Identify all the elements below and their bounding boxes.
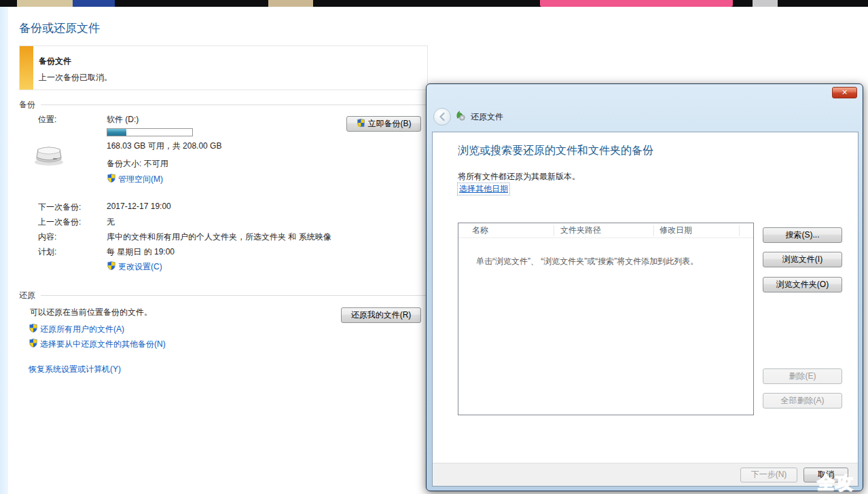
column-separator bbox=[653, 225, 654, 236]
remove-button[interactable]: 删除(E) bbox=[763, 368, 842, 384]
change-settings-link-text[interactable]: 更改设置(C) bbox=[118, 261, 162, 273]
uac-shield-icon bbox=[107, 261, 116, 273]
strip-segment bbox=[73, 0, 115, 7]
next-backup-label: 下一次备份: bbox=[38, 202, 81, 213]
backup-now-label: 立即备份(B) bbox=[368, 118, 412, 130]
browser-edge-strip bbox=[0, 0, 868, 7]
strip-segment bbox=[17, 0, 73, 7]
notice-box: 备份文件 上一次备份已取消。 bbox=[19, 45, 428, 90]
dialog-body: 浏览或搜索要还原的文件和文件夹的备份 将所有文件都还原为其最新版本。 选择其他日… bbox=[432, 132, 858, 487]
disk-usage-fill bbox=[107, 129, 126, 136]
backup-size-text: 备份大小: 不可用 bbox=[107, 158, 168, 170]
column-header-name[interactable]: 名称 bbox=[472, 225, 488, 236]
restore-my-files-button[interactable]: 还原我的文件(R) bbox=[341, 307, 421, 323]
manage-space-link[interactable]: 管理空间(M) bbox=[107, 173, 163, 185]
restore-all-users-link[interactable]: 还原所有用户的文件(A) bbox=[29, 323, 124, 335]
dialog-footer: 下一步(N) 取消 bbox=[433, 463, 858, 486]
change-settings-link[interactable]: 更改设置(C) bbox=[107, 261, 162, 273]
next-button[interactable]: 下一步(N) bbox=[740, 468, 797, 482]
nav-pane-edge bbox=[0, 7, 8, 494]
restore-section-header: 还原 bbox=[19, 290, 428, 301]
location-value: 软件 (D:) bbox=[107, 114, 139, 126]
strip-segment bbox=[540, 0, 733, 7]
section-divider bbox=[41, 104, 428, 105]
close-icon: ✕ bbox=[842, 88, 848, 97]
uac-shield-icon bbox=[107, 173, 116, 185]
hard-drive-icon bbox=[33, 140, 65, 169]
column-separator bbox=[739, 225, 740, 236]
recover-system-link[interactable]: 恢复系统设置或计算机(Y) bbox=[29, 364, 121, 375]
manage-space-link-text[interactable]: 管理空间(M) bbox=[118, 174, 163, 185]
uac-shield-icon bbox=[29, 338, 38, 350]
select-other-backup-link-text[interactable]: 选择要从中还原文件的其他备份(N) bbox=[40, 339, 166, 350]
notice-message: 上一次备份已取消。 bbox=[39, 72, 112, 83]
search-button[interactable]: 搜索(S)... bbox=[763, 227, 842, 243]
browse-folders-button[interactable]: 浏览文件夹(O) bbox=[763, 277, 842, 292]
uac-shield-icon bbox=[357, 118, 365, 130]
last-backup-value: 无 bbox=[107, 216, 115, 228]
close-button[interactable]: ✕ bbox=[832, 87, 857, 98]
notice-accent-bar bbox=[20, 46, 33, 90]
disk-usage-bar bbox=[107, 128, 193, 136]
choose-other-date-link[interactable]: 选择其他日期 bbox=[457, 183, 510, 195]
remove-all-button[interactable]: 全部删除(A) bbox=[763, 393, 842, 408]
restore-my-files-label: 还原我的文件(R) bbox=[351, 309, 412, 321]
list-header: 名称 文件夹路径 修改日期 bbox=[458, 223, 753, 238]
browse-files-button[interactable]: 浏览文件(I) bbox=[763, 252, 842, 267]
restore-files-icon bbox=[456, 111, 466, 124]
strip-segment bbox=[268, 0, 313, 7]
contents-value: 库中的文件和所有用户的个人文件夹，所选文件夹 和 系统映像 bbox=[107, 231, 331, 243]
restore-all-users-link-text[interactable]: 还原所有用户的文件(A) bbox=[40, 324, 124, 335]
back-button[interactable] bbox=[433, 108, 451, 126]
location-label: 位置: bbox=[38, 114, 56, 126]
restore-file-list[interactable]: 名称 文件夹路径 修改日期 单击“浏览文件”、 “浏览文件夹”或“搜索”将文件添… bbox=[458, 223, 754, 415]
dialog-content: 浏览或搜索要还原的文件和文件夹的备份 将所有文件都还原为其最新版本。 选择其他日… bbox=[433, 132, 858, 463]
column-header-folder-path[interactable]: 文件夹路径 bbox=[560, 225, 601, 236]
backup-section-header: 备份 bbox=[19, 99, 428, 111]
column-header-modified-date[interactable]: 修改日期 bbox=[659, 225, 692, 236]
schedule-value: 每 星期日 的 19:00 bbox=[107, 246, 175, 258]
page-title: 备份或还原文件 bbox=[19, 20, 100, 36]
uac-shield-icon bbox=[29, 323, 38, 335]
dialog-header: 还原文件 bbox=[433, 107, 503, 126]
schedule-label: 计划: bbox=[38, 246, 56, 258]
contents-label: 内容: bbox=[38, 231, 56, 243]
watermark: 全攻略 bbox=[817, 471, 868, 494]
column-separator bbox=[554, 225, 554, 236]
last-backup-label: 上一次备份: bbox=[38, 216, 81, 228]
next-backup-value: 2017-12-17 19:00 bbox=[107, 202, 171, 211]
section-divider bbox=[41, 295, 428, 296]
empty-list-message: 单击“浏览文件”、 “浏览文件夹”或“搜索”将文件添加到此列表。 bbox=[476, 256, 742, 267]
notice-title: 备份文件 bbox=[39, 56, 112, 67]
dialog-heading: 浏览或搜索要还原的文件和文件夹的备份 bbox=[458, 144, 653, 158]
strip-segment bbox=[753, 0, 778, 7]
restore-files-dialog: ✕ 还原文件 浏览或搜索要还原的文件和文件夹的备份 将所有文件都还原为其最新版本… bbox=[426, 83, 863, 491]
disk-space-text: 168.03 GB 可用，共 208.00 GB bbox=[107, 140, 221, 152]
dialog-subtext: 将所有文件都还原为其最新版本。 bbox=[458, 171, 580, 183]
select-other-backup-link[interactable]: 选择要从中还原文件的其他备份(N) bbox=[29, 338, 166, 350]
backup-now-button[interactable]: 立即备份(B) bbox=[346, 116, 421, 132]
dialog-title: 还原文件 bbox=[471, 111, 503, 123]
restore-description: 可以还原在当前位置备份的文件。 bbox=[30, 307, 152, 318]
back-arrow-icon bbox=[434, 109, 450, 125]
